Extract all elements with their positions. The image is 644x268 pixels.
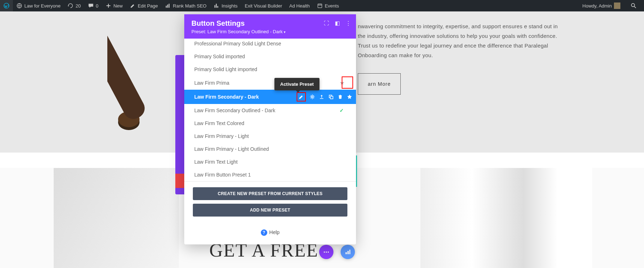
preset-item[interactable]: Law Firm Text Colored xyxy=(184,117,356,130)
preset-item[interactable]: Law Firm Prima ★ xyxy=(184,76,356,90)
preset-item-active[interactable]: Law Firm Secondary Outlined - Dark ✓ xyxy=(184,104,356,117)
svg-rect-9 xyxy=(216,4,217,8)
preset-list: Professional Primary Solid Light Dense P… xyxy=(184,39,356,181)
events-label: Events xyxy=(325,3,339,9)
decorative-image-left xyxy=(54,168,179,268)
expand-icon[interactable]: ⛶ xyxy=(324,20,329,26)
duplicate-icon[interactable] xyxy=(328,94,334,100)
preset-item[interactable]: Law Firm Text Light xyxy=(184,155,356,168)
svg-rect-2 xyxy=(107,21,148,122)
hero-paragraph: nwavering commitment to integrity, exper… xyxy=(358,21,562,60)
star-fill-icon[interactable] xyxy=(347,94,352,100)
comments[interactable]: 0 xyxy=(84,0,102,11)
svg-point-12 xyxy=(631,4,635,7)
new-label: New xyxy=(113,3,123,9)
gavel-image xyxy=(107,11,186,140)
check-icon: ✓ xyxy=(340,108,344,113)
preset-label: Law Firm Text Light xyxy=(194,159,238,165)
site-name[interactable]: Law for Everyone xyxy=(13,0,64,11)
preset-label: Law Firm Prima xyxy=(194,80,229,86)
exit-vb-label: Exit Visual Builder xyxy=(245,3,282,9)
modal-preset-selector[interactable]: Preset: Law Firm Secondary Outlined - Da… xyxy=(191,29,349,34)
svg-rect-8 xyxy=(215,5,215,8)
divi-menu-fab[interactable]: ··· xyxy=(319,245,333,259)
preset-label: Primary Solid Light imported xyxy=(194,66,257,72)
svg-rect-11 xyxy=(318,4,322,8)
preset-item[interactable]: Professional Primary Solid Light Dense xyxy=(184,39,356,50)
wp-admin-bar: Law for Everyone 20 0 New Edit Page Rank… xyxy=(0,0,644,11)
divi-layers-fab[interactable] xyxy=(341,245,355,259)
howdy-label: Howdy, Admin xyxy=(582,3,612,9)
preset-label: Law Firm Button Preset 1 xyxy=(194,172,251,178)
highlight-box xyxy=(342,76,353,89)
preset-label: Professional Primary Solid Light Dense xyxy=(194,41,281,46)
modal-header: Button Settings Preset: Law Firm Seconda… xyxy=(184,14,356,39)
svg-rect-14 xyxy=(347,251,349,254)
upload-icon[interactable] xyxy=(319,94,325,100)
svg-rect-15 xyxy=(350,250,351,254)
wp-logo[interactable] xyxy=(0,0,13,11)
new-content[interactable]: New xyxy=(102,0,126,11)
ad-health[interactable]: Ad Health xyxy=(286,0,313,11)
gear-icon[interactable] xyxy=(309,94,315,100)
help-link[interactable]: ?Help xyxy=(184,224,356,244)
trash-icon[interactable] xyxy=(337,94,343,100)
svg-rect-18 xyxy=(330,96,333,99)
tooltip: Activate Preset xyxy=(274,78,319,90)
learn-more-button[interactable]: arn More xyxy=(358,73,401,95)
button-settings-modal: Button Settings Preset: Law Firm Seconda… xyxy=(184,14,356,244)
preset-label: Law Firm Text Colored xyxy=(194,120,244,126)
site-name-label: Law for Everyone xyxy=(24,3,60,9)
preset-item-selected[interactable]: Law Firm Secondary - Dark Activate Prese… xyxy=(184,90,356,104)
exit-visual-builder[interactable]: Exit Visual Builder xyxy=(241,0,286,11)
preset-label: Law Firm Primary - Light Outlined xyxy=(194,146,269,152)
preset-item[interactable]: Primary Solid imported xyxy=(184,50,356,63)
help-label: Help xyxy=(269,229,280,235)
insights[interactable]: Insights xyxy=(210,0,241,11)
pencil-icon xyxy=(298,94,304,100)
ad-health-label: Ad Health xyxy=(289,3,310,9)
snap-icon[interactable]: ◧ xyxy=(335,20,340,26)
preset-item[interactable]: Law Firm Button Preset 1 xyxy=(184,168,356,181)
preset-actions-section: CREATE NEW PRESET FROM CURRENT STYLES AD… xyxy=(184,181,356,224)
events[interactable]: Events xyxy=(313,0,343,11)
search-toggle[interactable] xyxy=(627,0,640,11)
svg-point-16 xyxy=(312,96,313,98)
help-icon: ? xyxy=(261,229,267,236)
edit-page[interactable]: Edit Page xyxy=(126,0,161,11)
preset-item[interactable]: Law Firm Primary - Light xyxy=(184,130,356,143)
howdy-user[interactable]: Howdy, Admin xyxy=(579,0,624,11)
preset-label: Law Firm Secondary - Dark xyxy=(194,94,259,100)
more-icon[interactable]: ⋮ xyxy=(346,20,351,26)
comments-count: 0 xyxy=(96,3,98,9)
svg-rect-5 xyxy=(166,6,167,8)
preset-item[interactable]: Primary Solid Light imported xyxy=(184,63,356,76)
preset-actions: Activate Preset xyxy=(298,93,352,100)
preset-label: Primary Solid imported xyxy=(194,54,245,59)
preset-label: Law Firm Primary - Light xyxy=(194,133,249,139)
updates[interactable]: 20 xyxy=(64,0,84,11)
preset-label: Law Firm Secondary Outlined - Dark xyxy=(194,108,275,113)
svg-rect-13 xyxy=(346,252,347,254)
svg-rect-6 xyxy=(167,5,168,8)
svg-rect-10 xyxy=(218,6,218,8)
preset-item[interactable]: Law Firm Primary - Light Outlined xyxy=(184,143,356,155)
updates-count: 20 xyxy=(75,3,80,9)
activate-preset-button[interactable]: Activate Preset xyxy=(297,92,306,101)
create-preset-button[interactable]: CREATE NEW PRESET FROM CURRENT STYLES xyxy=(193,187,347,200)
svg-rect-7 xyxy=(169,4,170,8)
edit-page-label: Edit Page xyxy=(138,3,158,9)
user-avatar xyxy=(614,3,620,9)
rank-math[interactable]: Rank Math SEO xyxy=(161,0,210,11)
add-preset-button[interactable]: ADD NEW PRESET xyxy=(193,204,347,217)
rank-math-label: Rank Math SEO xyxy=(173,3,206,9)
insights-label: Insights xyxy=(221,3,238,9)
decorative-image-right xyxy=(420,168,592,268)
